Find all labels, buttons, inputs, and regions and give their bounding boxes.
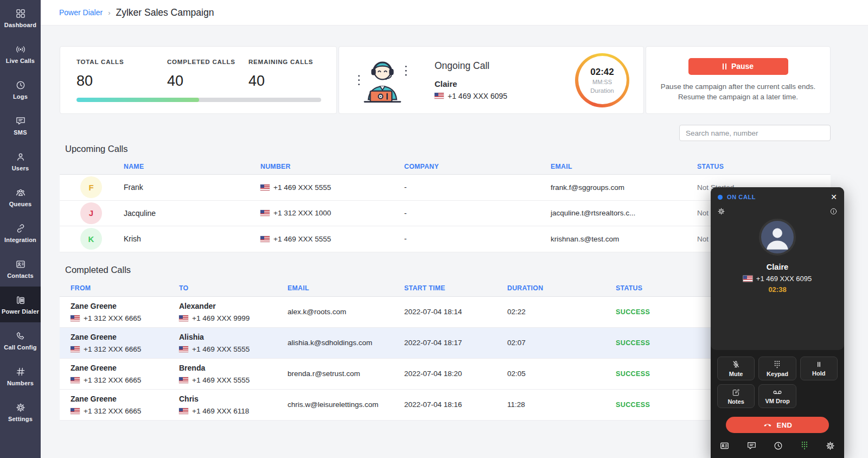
from-number: +1 312 XXX 6665 [84, 376, 141, 384]
sidebar-item-power-dialer[interactable]: Power Dialer [0, 287, 41, 322]
history-icon[interactable] [773, 441, 783, 451]
sidebar-item-live-calls[interactable]: Live Calls [0, 36, 41, 72]
pause-icon [723, 63, 726, 69]
sidebar-item-logs[interactable]: Logs [0, 72, 41, 107]
call-email: chris.w@leisurelettings.com [288, 400, 404, 409]
call-duration: 02:05 [507, 370, 616, 378]
to-number: +1 469 XXX 5555 [192, 376, 250, 384]
info-icon[interactable] [829, 207, 838, 218]
hold-button[interactable]: Hold [800, 357, 838, 380]
sidebar-item-dashboard[interactable]: Dashboard [0, 0, 41, 36]
sidebar-item-call-config[interactable]: Call Config [0, 322, 41, 358]
sidebar-item-label: Contacts [7, 272, 34, 279]
call-start-time: 2022-07-04 18:20 [404, 370, 507, 378]
settings-icon[interactable] [825, 441, 835, 451]
sidebar-item-label: Live Calls [6, 58, 35, 64]
col-email: EMAIL [551, 163, 697, 170]
hold-icon [815, 360, 823, 368]
call-config-icon [15, 330, 26, 341]
contact-name: Jacquline [124, 209, 260, 218]
integration-icon [15, 223, 26, 234]
ongoing-call-title: Ongoing Call [435, 60, 507, 72]
caller-avatar [759, 219, 796, 256]
sidebar-item-integration[interactable]: Integration [0, 215, 41, 251]
call-widget-info-panel: ON CALL ✕ Claire +1 469 XXX 6095 02:38 [711, 187, 844, 350]
dashboard-icon [15, 8, 26, 19]
end-call-icon [763, 419, 773, 431]
from-number: +1 312 XXX 6665 [84, 407, 141, 415]
contact-email: frank.f@sggroups.com [551, 183, 697, 192]
sms-icon [15, 116, 26, 126]
sidebar-item-label: Call Config [4, 344, 36, 351]
keypad-icon[interactable] [800, 441, 809, 450]
us-flag-icon [179, 377, 188, 383]
call-widget-bottom-bar [711, 433, 844, 458]
sidebar: Dashboard Live Calls Logs SMS Users Queu… [0, 0, 41, 458]
call-start-time: 2022-07-04 18:17 [404, 339, 507, 347]
sidebar-item-queues[interactable]: Queues [0, 179, 41, 215]
logs-icon [15, 80, 26, 91]
contact-number: +1 469 XXX 5555 [273, 183, 331, 192]
col-number: NUMBER [260, 163, 404, 170]
caller-name: Claire [711, 263, 844, 271]
on-call-status-dot [718, 195, 723, 200]
close-icon[interactable]: ✕ [831, 193, 837, 201]
total-calls-value: 80 [76, 73, 167, 90]
sidebar-item-label: Power Dialer [2, 308, 39, 315]
agent-illustration [354, 53, 411, 107]
us-flag-icon [260, 185, 270, 190]
chat-icon[interactable] [746, 441, 757, 451]
sidebar-item-contacts[interactable]: Contacts [0, 251, 41, 287]
vm-drop-button[interactable]: VM Drop [758, 384, 796, 408]
call-duration-caption: Duration [590, 87, 614, 94]
call-duration: 02:07 [507, 339, 616, 347]
on-call-status-label: ON CALL [727, 194, 756, 200]
mute-button[interactable]: Mute [717, 357, 755, 380]
end-call-button[interactable]: END [726, 417, 829, 433]
pause-campaign-card: Pause Pause the campaign after the curre… [646, 46, 831, 114]
chevron-right-icon: › [108, 9, 110, 17]
remaining-calls-label: REMAINING CALLS [248, 59, 313, 65]
campaign-progress-fill [76, 98, 199, 102]
remaining-calls-value: 40 [248, 73, 313, 90]
sidebar-item-numbers[interactable]: Numbers [0, 358, 41, 394]
us-flag-icon [179, 346, 188, 352]
sidebar-item-users[interactable]: Users [0, 143, 41, 179]
mute-icon [731, 360, 741, 369]
pause-button[interactable]: Pause [688, 58, 788, 75]
contacts-icon [15, 259, 26, 270]
to-name: Alexander [179, 302, 288, 310]
call-widget: ON CALL ✕ Claire +1 469 XXX 6095 02:38 M… [711, 187, 844, 458]
pause-description-line1: Pause the campaign after the current cal… [661, 81, 815, 92]
upcoming-calls-header: NAME NUMBER COMPANY EMAIL STATUS [60, 158, 831, 175]
contact-company: - [404, 234, 551, 243]
queues-icon [15, 187, 26, 198]
to-name: Chris [179, 395, 288, 403]
keypad-button[interactable]: Keypad [758, 357, 796, 380]
contact-company: - [404, 183, 551, 192]
call-start-time: 2022-07-04 18:14 [404, 308, 507, 316]
col-from: FROM [71, 284, 179, 292]
voicemail-icon [773, 389, 782, 396]
contact-card-icon[interactable] [719, 441, 730, 451]
users-icon [15, 151, 26, 162]
call-duration-ring: 02:42 MM:SS Duration [575, 53, 629, 107]
search-input[interactable] [679, 125, 831, 141]
sidebar-item-settings[interactable]: Settings [0, 394, 41, 430]
breadcrumb-power-dialer[interactable]: Power Dialer [59, 8, 103, 17]
sidebar-item-sms[interactable]: SMS [0, 107, 41, 143]
from-name: Zane Greene [71, 395, 179, 403]
col-company: COMPANY [404, 163, 551, 170]
notes-icon [732, 388, 741, 397]
us-flag-icon [743, 276, 752, 282]
to-name: Brenda [179, 364, 288, 372]
caller-number: +1 469 XXX 6095 [756, 275, 812, 283]
notes-button[interactable]: Notes [717, 384, 755, 408]
widget-settings-icon[interactable] [717, 207, 725, 218]
ongoing-call-number: +1 469 XXX 6095 [448, 92, 507, 100]
sidebar-item-label: Logs [13, 93, 28, 100]
campaign-stats-card: TOTAL CALLS 80 COMPLETED CALLS 40 REMAIN… [60, 46, 337, 114]
sidebar-item-label: Queues [9, 201, 32, 207]
upcoming-calls-title: Upcoming Calls [65, 144, 831, 154]
contact-company: - [404, 209, 551, 218]
